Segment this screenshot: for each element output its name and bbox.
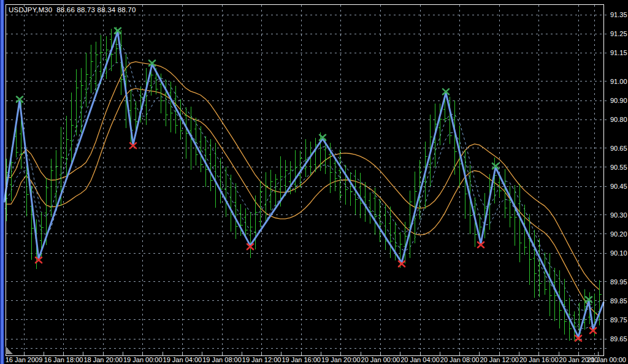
dashed-upper-line bbox=[6, 44, 599, 310]
ohlc-bar bbox=[364, 182, 367, 222]
ohlc-bar bbox=[513, 185, 517, 246]
time-axis-label: 20 Jan 00:00 bbox=[361, 356, 400, 363]
ohlc-bar bbox=[384, 205, 388, 249]
price-axis-label: 91.00 bbox=[610, 78, 627, 85]
ohlc-bar bbox=[553, 268, 557, 321]
ohlc-bar bbox=[105, 36, 109, 79]
price-axis-label: 91.25 bbox=[610, 30, 627, 37]
ohlc-bar bbox=[264, 172, 268, 222]
time-axis-label: 19 Jan 04:00 bbox=[163, 356, 202, 363]
ohlc-bar bbox=[373, 188, 377, 235]
ohlc-bar bbox=[75, 69, 78, 135]
chart-scroll-triangle-icon bbox=[6, 346, 13, 354]
ohlc-bar bbox=[214, 143, 218, 208]
mt4-chart-window: USDJPY,M30 88.66 88.73 88.34 88.70 91.35… bbox=[0, 0, 628, 364]
time-axis-label: 20 Jan 04:00 bbox=[400, 356, 440, 363]
ohlc-bar bbox=[378, 199, 382, 243]
price-chart[interactable]: 91.3591.2591.1591.0090.9090.8090.6590.55… bbox=[0, 0, 628, 364]
price-axis-label: 90.30 bbox=[610, 211, 627, 219]
chart-symbol-title: USDJPY,M30 88.66 88.73 88.34 88.70 bbox=[9, 6, 136, 13]
chart-border bbox=[6, 5, 604, 356]
ohlc-bar bbox=[349, 172, 353, 206]
price-axis-label: 89.95 bbox=[610, 278, 627, 286]
time-axis-label: 19 Jan 08:00 bbox=[202, 356, 242, 363]
time-axis-label: 19 Jan 12:00 bbox=[242, 356, 281, 363]
ohlc-bar bbox=[518, 184, 522, 262]
time-axis-label: 19 Jan 00:00 bbox=[123, 356, 163, 363]
ohlc-bar bbox=[389, 207, 392, 258]
ohlc-bar bbox=[50, 159, 53, 217]
ohlc-bar bbox=[55, 150, 58, 211]
price-axis[interactable]: 91.3591.2591.1591.0090.9090.8090.6590.55… bbox=[610, 11, 627, 343]
time-axis-label: 18 Jan 20:00 bbox=[83, 356, 123, 363]
ohlc-bar bbox=[209, 139, 213, 191]
price-axis-label: 90.10 bbox=[610, 249, 627, 257]
ohlc-bar bbox=[90, 45, 93, 94]
price-axis-label: 90.90 bbox=[610, 97, 627, 104]
time-axis-label: 20 Jan 16:00 bbox=[519, 356, 559, 363]
ohlc-bar bbox=[528, 214, 532, 285]
ohlc-bar bbox=[70, 93, 74, 167]
time-axis[interactable]: 16 Jan 200916 Jan 18:0018 Jan 20:0019 Ja… bbox=[6, 352, 626, 363]
price-axis-label: 90.65 bbox=[610, 145, 627, 152]
ohlc-bar bbox=[533, 230, 537, 298]
ohlc-bar bbox=[538, 238, 542, 298]
price-axis-label: 90.55 bbox=[610, 164, 627, 171]
price-axis-label: 89.85 bbox=[610, 297, 627, 305]
time-axis-label: 16 Jan 18:00 bbox=[44, 356, 83, 363]
price-axis-label: 89.65 bbox=[610, 335, 627, 343]
ohlc-bar bbox=[344, 165, 348, 205]
time-axis-label: 21 Jan 00:00 bbox=[587, 356, 626, 363]
ohlc-bar bbox=[508, 186, 512, 228]
price-axis-label: 91.35 bbox=[610, 11, 627, 18]
ohlc-bar bbox=[185, 107, 188, 159]
time-axis-label: 19 Jan 16:00 bbox=[281, 356, 321, 363]
ohlc-bar bbox=[339, 150, 342, 200]
time-axis-label: 20 Jan 12:00 bbox=[480, 356, 519, 363]
price-axis-label: 90.80 bbox=[610, 116, 627, 123]
price-axis-label: 90.45 bbox=[610, 183, 627, 190]
ohlc-bar bbox=[249, 212, 253, 258]
time-axis-label: 20 Jan 08:00 bbox=[440, 356, 480, 363]
zigzag-line bbox=[4, 32, 603, 337]
ohlc-bar bbox=[369, 192, 372, 224]
price-axis-label: 89.75 bbox=[610, 316, 627, 324]
ohlc-bars bbox=[5, 27, 602, 341]
price-axis-label: 90.20 bbox=[610, 230, 627, 238]
ohlc-bar bbox=[274, 174, 278, 207]
time-axis-label: 16 Jan 2009 bbox=[6, 356, 43, 363]
ohlc-bar bbox=[94, 42, 98, 96]
price-axis-label: 91.15 bbox=[610, 49, 627, 56]
ohlc-bar bbox=[229, 175, 233, 232]
time-axis-label: 19 Jan 20:00 bbox=[321, 356, 361, 363]
